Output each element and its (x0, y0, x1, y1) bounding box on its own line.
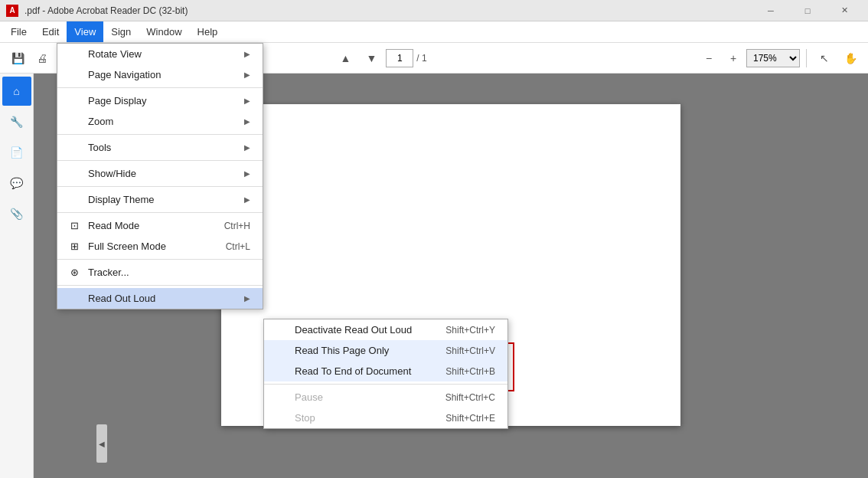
zoom-group: − + 175% 150% 125% 100% (697, 47, 800, 70)
menu-item-show-hide[interactable]: Show/Hide ▶ (57, 163, 263, 184)
rotate-view-label: Rotate View (88, 48, 142, 60)
attachment-panel-button[interactable]: 📎 (2, 199, 31, 228)
prev-page-button[interactable]: ▲ (334, 47, 357, 70)
submenu-item-deactivate[interactable]: Deactivate Read Out Loud Shift+Ctrl+Y (264, 319, 507, 340)
submenu-item-stop: Stop Shift+Ctrl+E (264, 408, 507, 428)
menu-item-rotate-view[interactable]: Rotate View ▶ (57, 44, 263, 64)
menu-item-read-out-loud[interactable]: Read Out Loud ▶ (57, 288, 263, 309)
menu-separator-4 (57, 186, 263, 187)
toolbar-separator-2 (806, 49, 807, 67)
menu-item-full-screen-mode[interactable]: ⊞ Full Screen Mode Ctrl+L (57, 236, 263, 257)
pause-label: Pause (295, 391, 323, 403)
full-screen-mode-shortcut: Ctrl+L (195, 241, 250, 252)
close-button[interactable]: ✕ (827, 3, 862, 18)
menu-file[interactable]: File (3, 21, 34, 42)
toolbar-left: 💾 🖨 (6, 47, 54, 70)
tools-panel-button[interactable]: 🔧 (2, 107, 31, 136)
menu-edit[interactable]: Edit (34, 21, 67, 42)
submenu-item-read-end[interactable]: Read To End of Document Shift+Ctrl+B (264, 361, 507, 381)
read-mode-icon: ⊡ (67, 218, 82, 234)
menu-window[interactable]: Window (139, 21, 189, 42)
left-panel: ⌂ 🔧 📄 💬 📎 (0, 74, 34, 478)
menu-item-read-mode[interactable]: ⊡ Read Mode Ctrl+H (57, 215, 263, 236)
menu-item-display-theme[interactable]: Display Theme ▶ (57, 189, 263, 210)
hand-tool-button[interactable]: ✋ (839, 47, 862, 70)
tools-label: Tools (88, 142, 111, 153)
zoom-out-button[interactable]: − (697, 47, 720, 70)
menu-item-tracker[interactable]: ⊛ Tracker... (57, 262, 263, 283)
next-page-button[interactable]: ▼ (360, 47, 383, 70)
menu-view[interactable]: View (67, 21, 103, 42)
comment-panel-button[interactable]: 💬 (2, 169, 31, 198)
submenu-separator (264, 384, 507, 385)
deactivate-shortcut: Shift+Ctrl+Y (415, 325, 495, 336)
pause-shortcut: Shift+Ctrl+C (415, 392, 495, 403)
menu-bar: File Edit View Sign Window Help (0, 21, 868, 43)
zoom-select[interactable]: 175% 150% 125% 100% (746, 49, 800, 67)
pages-panel-button[interactable]: 📄 (2, 138, 31, 167)
tracker-label: Tracker... (88, 267, 129, 278)
menu-separator-3 (57, 160, 263, 161)
read-out-loud-submenu: Deactivate Read Out Loud Shift+Ctrl+Y Re… (263, 319, 508, 429)
read-page-label: Read This Page Only (295, 345, 389, 356)
menu-help[interactable]: Help (190, 21, 226, 42)
menu-separator-6 (57, 259, 263, 260)
menu-item-page-navigation[interactable]: Page Navigation ▶ (57, 64, 263, 85)
page-number-input[interactable]: 1 (386, 49, 413, 67)
menu-item-page-display[interactable]: Page Display ▶ (57, 90, 263, 111)
read-page-shortcut: Shift+Ctrl+V (415, 345, 495, 356)
collapse-panel-button[interactable]: ◀ (96, 424, 107, 463)
minimize-button[interactable]: ─ (753, 3, 788, 18)
page-display-label: Page Display (88, 95, 147, 106)
stop-label: Stop (295, 412, 315, 424)
submenu-item-pause: Pause Shift+Ctrl+C (264, 387, 507, 408)
save-button[interactable]: 💾 (6, 47, 29, 70)
show-hide-label: Show/Hide (88, 168, 136, 179)
menu-sign[interactable]: Sign (103, 21, 139, 42)
menu-separator-2 (57, 134, 263, 135)
page-total-label: / 1 (416, 53, 426, 64)
full-screen-mode-icon: ⊞ (67, 239, 82, 254)
print-button[interactable]: 🖨 (31, 47, 54, 70)
app-icon: A (6, 5, 18, 17)
menu-item-tools[interactable]: Tools ▶ (57, 137, 263, 158)
menu-separator-5 (57, 212, 263, 213)
maximize-button[interactable]: □ (790, 3, 825, 18)
view-dropdown-menu: Rotate View ▶ Page Navigation ▶ Page Dis… (57, 43, 263, 309)
read-mode-shortcut: Ctrl+H (194, 221, 250, 231)
full-screen-mode-label: Full Screen Mode (88, 241, 166, 252)
read-end-label: Read To End of Document (295, 365, 411, 377)
read-end-shortcut: Shift+Ctrl+B (415, 366, 495, 377)
zoom-in-button[interactable]: + (722, 47, 745, 70)
select-tool-button[interactable]: ↖ (813, 47, 836, 70)
stop-shortcut: Shift+Ctrl+E (415, 413, 495, 424)
read-out-loud-label: Read Out Loud (88, 293, 155, 304)
page-navigation-group: ▲ ▼ 1 / 1 (334, 47, 426, 70)
title-bar-controls: ─ □ ✕ (753, 3, 862, 18)
title-bar-text: .pdf - Adobe Acrobat Reader DC (32-bit) (24, 5, 188, 16)
menu-separator-7 (57, 285, 263, 286)
display-theme-label: Display Theme (88, 194, 154, 205)
home-panel-button[interactable]: ⌂ (2, 77, 31, 106)
zoom-label: Zoom (88, 116, 113, 127)
tracker-icon: ⊛ (67, 265, 82, 280)
menu-separator-1 (57, 87, 263, 88)
title-bar: A .pdf - Adobe Acrobat Reader DC (32-bit… (0, 0, 868, 21)
menu-item-zoom[interactable]: Zoom ▶ (57, 111, 263, 132)
page-navigation-label: Page Navigation (88, 69, 161, 80)
submenu-item-read-page[interactable]: Read This Page Only Shift+Ctrl+V (264, 340, 507, 361)
read-mode-label: Read Mode (88, 220, 139, 231)
deactivate-label: Deactivate Read Out Loud (295, 324, 412, 336)
